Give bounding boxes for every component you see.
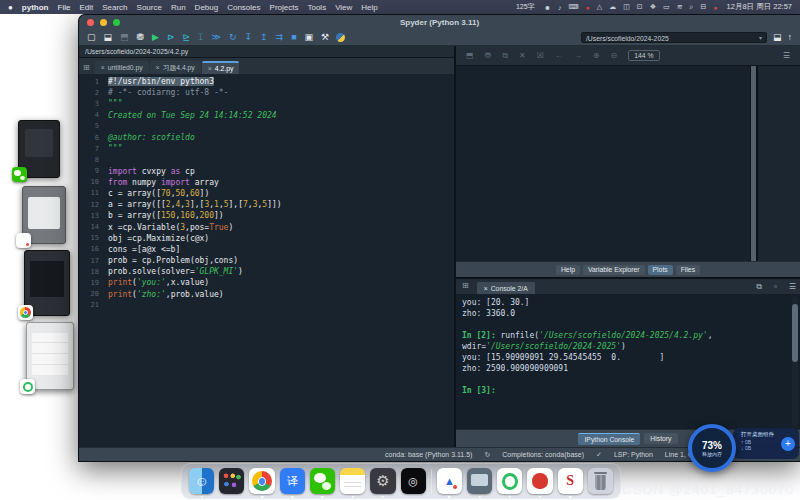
tab-variable-explorer[interactable]: Variable Explorer: [583, 265, 645, 275]
dock-finder[interactable]: ☺: [189, 468, 214, 494]
step-over-button[interactable]: ↧: [244, 33, 252, 42]
console-menu-icon[interactable]: ☰: [789, 283, 796, 291]
search-icon[interactable]: ⌕: [690, 3, 694, 11]
completions-status[interactable]: Completions: conda(base): [502, 451, 584, 458]
python-env-icon[interactable]: [336, 33, 345, 42]
tab-files[interactable]: Files: [676, 265, 700, 275]
stop-button[interactable]: ■: [291, 33, 296, 42]
evernote-window-thumbnail[interactable]: [26, 322, 74, 390]
debug-cell-button[interactable]: ↻: [229, 33, 237, 42]
dock-system-settings[interactable]: ⚙: [370, 468, 395, 494]
save-all-button[interactable]: ⛃: [137, 33, 145, 42]
copy-console-icon[interactable]: ⧉: [756, 283, 762, 291]
apple-menu-icon[interactable]: ●: [8, 3, 13, 12]
zoom-out-button[interactable]: ⊖: [611, 52, 618, 60]
cloud-icon[interactable]: ☁: [609, 3, 616, 11]
run-cell-button[interactable]: ⊳: [167, 33, 175, 42]
close-tab-icon[interactable]: ×: [101, 64, 105, 71]
menu-consoles[interactable]: Consoles: [227, 3, 260, 12]
lsp-status[interactable]: LSP: Python: [614, 451, 653, 458]
zoom-in-button[interactable]: ⊕: [593, 52, 600, 60]
close-tab-icon[interactable]: ×: [208, 65, 212, 72]
dock-wechat[interactable]: [310, 468, 335, 494]
shapes-icon[interactable]: △: [597, 3, 602, 11]
new-file-button[interactable]: ▢: [87, 33, 96, 42]
run-cell-advance-button[interactable]: ⊵: [183, 33, 191, 42]
menubar-clock[interactable]: 12月8日 周日 22:57: [727, 2, 792, 12]
browse-directory-button[interactable]: ⬓: [773, 33, 782, 42]
dock-keychain[interactable]: ◎: [401, 468, 426, 494]
close-tab-icon[interactable]: ×: [156, 64, 160, 71]
copy-plot-button[interactable]: ⧉: [502, 52, 508, 60]
dock-translate[interactable]: 译: [280, 468, 305, 494]
console-output[interactable]: you: [20. 30.]zho: 3360.0In [2]: runfile…: [456, 294, 800, 429]
dock-media-app[interactable]: [467, 468, 492, 494]
dock-trash[interactable]: [588, 468, 613, 494]
previous-plot-button[interactable]: ←: [555, 52, 563, 60]
options-icon[interactable]: ▫: [774, 283, 777, 291]
console-tab[interactable]: × Console 2/A: [477, 282, 535, 294]
menu-file[interactable]: File: [58, 3, 71, 12]
extensions-icon[interactable]: ◫: [623, 3, 630, 11]
record-icon[interactable]: ●: [586, 4, 590, 11]
menu-edit[interactable]: Edit: [79, 3, 93, 12]
cloud-window-thumbnail[interactable]: [22, 186, 66, 244]
chrome-window-thumbnail[interactable]: [24, 250, 70, 316]
plots-zoom-level[interactable]: 144 %: [628, 50, 659, 61]
tab-help[interactable]: Help: [556, 265, 580, 275]
working-directory-field[interactable]: /Users/scofieldo/2024-2025 ▾: [581, 32, 767, 43]
next-plot-button[interactable]: →: [574, 52, 582, 60]
editor-tab-4.2.py[interactable]: ×4.2.py: [202, 61, 240, 74]
titlebar[interactable]: Spyder (Python 3.11): [79, 15, 800, 29]
menu-tools[interactable]: Tools: [307, 3, 326, 12]
menu-search[interactable]: Search: [102, 3, 127, 12]
run-button[interactable]: ▶: [152, 33, 159, 42]
dock-s-app[interactable]: S: [558, 468, 583, 494]
tab-ipython-console[interactable]: IPython Console: [578, 433, 640, 445]
pane-menu-icon[interactable]: ⊞: [462, 281, 469, 290]
menu-view[interactable]: View: [335, 3, 352, 12]
menu-source[interactable]: Source: [137, 3, 162, 12]
keyboard-icon[interactable]: ⌨: [569, 3, 579, 11]
save-button[interactable]: ⬒: [120, 33, 129, 42]
dock-evernote[interactable]: [497, 468, 522, 494]
tab-history[interactable]: History: [644, 433, 677, 444]
menu-run[interactable]: Run: [171, 3, 186, 12]
add-widget-button[interactable]: +: [781, 437, 795, 451]
hamburger-menu-icon[interactable]: ☰: [783, 51, 790, 60]
menu-projects[interactable]: Projects: [270, 3, 299, 12]
battery-icon[interactable]: ▭: [663, 3, 670, 11]
app-menu[interactable]: python: [22, 3, 49, 12]
wifi-icon[interactable]: ≋: [677, 3, 683, 11]
console-scrollbar[interactable]: [792, 296, 798, 427]
debug-button[interactable]: ≫: [212, 33, 221, 42]
memory-gauge-widget[interactable]: 73% 释放内存: [688, 424, 736, 472]
dock-launchpad[interactable]: [219, 468, 244, 494]
save-plot-button[interactable]: ⬒: [466, 52, 474, 60]
parent-directory-button[interactable]: ↑: [788, 33, 793, 42]
editor-tab-untitled0.py[interactable]: ×untitled0.py: [95, 61, 149, 74]
menu-debug[interactable]: Debug: [195, 3, 219, 12]
bluetooth-icon[interactable]: ❖: [650, 3, 656, 11]
close-tab-icon[interactable]: ×: [484, 285, 488, 292]
wechat-window-thumbnail[interactable]: [18, 120, 60, 178]
preferences-button[interactable]: ⚒: [321, 33, 329, 42]
capture-icon[interactable]: ⊡: [637, 3, 643, 11]
conda-env-status[interactable]: conda: base (Python 3.11.5): [385, 451, 472, 458]
dock-notes[interactable]: [340, 468, 365, 494]
maximize-pane-button[interactable]: ▣: [305, 33, 314, 42]
pane-menu-icon[interactable]: ⊞: [83, 63, 90, 72]
editor-tab-习题4.4.py[interactable]: ×习题4.4.py: [150, 61, 201, 74]
remove-all-plots-button[interactable]: ☒: [537, 52, 544, 60]
editor-code-area[interactable]: 1#!/usr/bin/env python32# -*- codiarng: …: [79, 74, 454, 447]
tab-plots[interactable]: Plots: [648, 265, 673, 275]
continue-button[interactable]: ⇉: [276, 33, 284, 42]
dock-cloud-drive[interactable]: ▲: [437, 468, 462, 494]
display-icon[interactable]: ⊟: [700, 3, 706, 11]
dock-chrome[interactable]: [249, 468, 274, 494]
dock-red-apple-app[interactable]: [527, 468, 552, 494]
face-icon[interactable]: ☻: [544, 4, 551, 11]
dot-icon[interactable]: ●: [713, 4, 717, 11]
open-file-button[interactable]: ⬓: [104, 33, 113, 42]
save-all-plots-button[interactable]: ⛃: [485, 52, 492, 60]
